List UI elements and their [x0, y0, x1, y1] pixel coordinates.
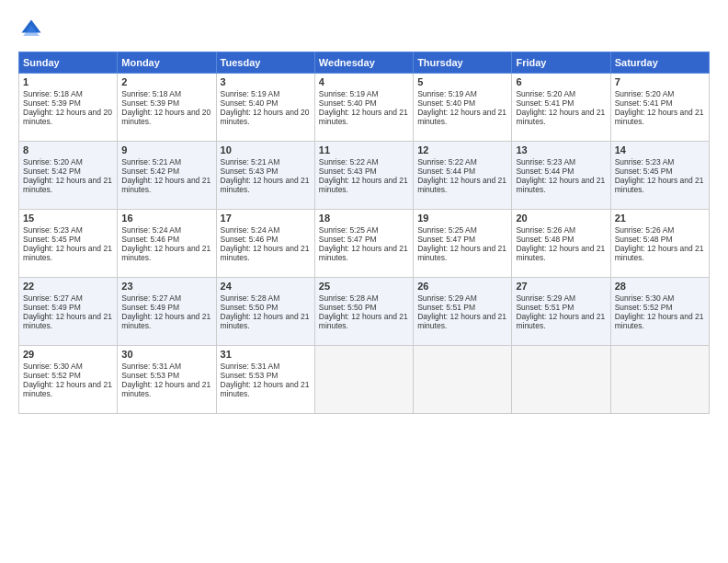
sunset-text: Sunset: 5:52 PM: [23, 371, 81, 380]
sunset-text: Sunset: 5:45 PM: [23, 235, 81, 244]
sunset-text: Sunset: 5:40 PM: [221, 98, 279, 108]
sunset-text: Sunset: 5:43 PM: [221, 167, 279, 176]
page: SundayMondayTuesdayWednesdayThursdayFrid…: [0, 0, 728, 563]
daylight-text: Daylight: 12 hours and 21 minutes.: [121, 380, 210, 398]
day-number: 7: [615, 76, 705, 87]
day-cell: 27Sunrise: 5:29 AMSunset: 5:51 PMDayligh…: [512, 278, 610, 346]
sunset-text: Sunset: 5:44 PM: [417, 167, 475, 176]
daylight-text: Daylight: 12 hours and 21 minutes.: [417, 244, 506, 262]
week-row-3: 15Sunrise: 5:23 AMSunset: 5:45 PMDayligh…: [19, 210, 710, 278]
sunset-text: Sunset: 5:39 PM: [121, 98, 179, 108]
daylight-text: Daylight: 12 hours and 21 minutes.: [319, 244, 408, 262]
day-number: 14: [615, 144, 705, 155]
day-number: 21: [615, 213, 705, 224]
day-number: 17: [221, 213, 311, 224]
day-number: 8: [23, 144, 113, 155]
sunrise-text: Sunrise: 5:20 AM: [516, 89, 575, 98]
day-cell: 24Sunrise: 5:28 AMSunset: 5:50 PMDayligh…: [216, 278, 314, 346]
day-number: 4: [319, 76, 409, 87]
sunrise-text: Sunrise: 5:18 AM: [121, 89, 181, 98]
header-cell-sunday: Sunday: [19, 52, 118, 74]
daylight-text: Daylight: 12 hours and 21 minutes.: [221, 380, 310, 398]
day-cell: 8Sunrise: 5:20 AMSunset: 5:42 PMDaylight…: [19, 142, 118, 210]
day-number: 13: [516, 144, 606, 155]
sunset-text: Sunset: 5:45 PM: [615, 167, 673, 176]
header-cell-monday: Monday: [118, 52, 216, 74]
day-number: 22: [23, 281, 113, 292]
daylight-text: Daylight: 12 hours and 21 minutes.: [221, 244, 310, 262]
week-row-1: 1Sunrise: 5:18 AMSunset: 5:39 PMDaylight…: [19, 74, 710, 142]
sunrise-text: Sunrise: 5:23 AM: [615, 157, 675, 167]
day-cell: 1Sunrise: 5:18 AMSunset: 5:39 PMDaylight…: [19, 74, 118, 142]
daylight-text: Daylight: 12 hours and 21 minutes.: [221, 312, 310, 330]
sunrise-text: Sunrise: 5:23 AM: [516, 157, 575, 167]
daylight-text: Daylight: 12 hours and 21 minutes.: [319, 176, 408, 194]
sunrise-text: Sunrise: 5:19 AM: [417, 89, 477, 98]
sunset-text: Sunset: 5:41 PM: [516, 98, 574, 108]
sunset-text: Sunset: 5:50 PM: [319, 303, 377, 312]
logo: [18, 17, 50, 42]
daylight-text: Daylight: 12 hours and 20 minutes.: [23, 108, 112, 126]
logo-icon: [18, 17, 44, 42]
day-cell: 14Sunrise: 5:23 AMSunset: 5:45 PMDayligh…: [610, 142, 709, 210]
day-cell: 21Sunrise: 5:26 AMSunset: 5:48 PMDayligh…: [610, 210, 709, 278]
day-cell: 25Sunrise: 5:28 AMSunset: 5:50 PMDayligh…: [314, 278, 413, 346]
day-number: 12: [417, 144, 507, 155]
day-cell: 5Sunrise: 5:19 AMSunset: 5:40 PMDaylight…: [414, 74, 512, 142]
sunset-text: Sunset: 5:47 PM: [417, 235, 475, 244]
daylight-text: Daylight: 12 hours and 21 minutes.: [516, 108, 605, 126]
sunset-text: Sunset: 5:40 PM: [319, 98, 377, 108]
day-number: 16: [121, 213, 211, 224]
day-number: 19: [417, 213, 507, 224]
day-cell: 11Sunrise: 5:22 AMSunset: 5:43 PMDayligh…: [314, 142, 413, 210]
day-number: 23: [121, 281, 211, 292]
day-number: 15: [23, 213, 113, 224]
day-number: 25: [319, 281, 409, 292]
day-cell: 30Sunrise: 5:31 AMSunset: 5:53 PMDayligh…: [118, 346, 216, 414]
sunrise-text: Sunrise: 5:28 AM: [319, 293, 379, 303]
sunrise-text: Sunrise: 5:31 AM: [221, 362, 280, 371]
sunrise-text: Sunrise: 5:22 AM: [319, 157, 379, 167]
day-cell: 31Sunrise: 5:31 AMSunset: 5:53 PMDayligh…: [216, 346, 314, 414]
week-row-5: 29Sunrise: 5:30 AMSunset: 5:52 PMDayligh…: [19, 346, 710, 414]
week-row-4: 22Sunrise: 5:27 AMSunset: 5:49 PMDayligh…: [19, 278, 710, 346]
day-number: 26: [417, 281, 507, 292]
day-number: 31: [221, 349, 311, 360]
day-cell: 3Sunrise: 5:19 AMSunset: 5:40 PMDaylight…: [216, 74, 314, 142]
daylight-text: Daylight: 12 hours and 21 minutes.: [319, 312, 408, 330]
day-cell: 16Sunrise: 5:24 AMSunset: 5:46 PMDayligh…: [118, 210, 216, 278]
day-cell: 19Sunrise: 5:25 AMSunset: 5:47 PMDayligh…: [414, 210, 512, 278]
sunrise-text: Sunrise: 5:30 AM: [23, 362, 83, 371]
day-cell: 26Sunrise: 5:29 AMSunset: 5:51 PMDayligh…: [414, 278, 512, 346]
header-cell-thursday: Thursday: [414, 52, 512, 74]
sunset-text: Sunset: 5:47 PM: [319, 235, 377, 244]
day-cell: [512, 346, 610, 414]
sunrise-text: Sunrise: 5:25 AM: [319, 225, 379, 235]
sunrise-text: Sunrise: 5:31 AM: [121, 362, 181, 371]
week-row-2: 8Sunrise: 5:20 AMSunset: 5:42 PMDaylight…: [19, 142, 710, 210]
sunset-text: Sunset: 5:49 PM: [23, 303, 81, 312]
header: [18, 17, 710, 42]
sunset-text: Sunset: 5:51 PM: [417, 303, 475, 312]
sunrise-text: Sunrise: 5:29 AM: [516, 293, 575, 303]
sunrise-text: Sunrise: 5:26 AM: [615, 225, 675, 235]
daylight-text: Daylight: 12 hours and 21 minutes.: [23, 312, 112, 330]
day-number: 29: [23, 349, 113, 360]
day-cell: 4Sunrise: 5:19 AMSunset: 5:40 PMDaylight…: [314, 74, 413, 142]
day-number: 10: [221, 144, 311, 155]
sunrise-text: Sunrise: 5:24 AM: [221, 225, 280, 235]
day-cell: 9Sunrise: 5:21 AMSunset: 5:42 PMDaylight…: [118, 142, 216, 210]
daylight-text: Daylight: 12 hours and 21 minutes.: [23, 244, 112, 262]
sunset-text: Sunset: 5:51 PM: [516, 303, 574, 312]
daylight-text: Daylight: 12 hours and 21 minutes.: [516, 176, 605, 194]
sunrise-text: Sunrise: 5:22 AM: [417, 157, 477, 167]
daylight-text: Daylight: 12 hours and 21 minutes.: [121, 176, 210, 194]
day-cell: 29Sunrise: 5:30 AMSunset: 5:52 PMDayligh…: [19, 346, 118, 414]
header-row: SundayMondayTuesdayWednesdayThursdayFrid…: [19, 52, 710, 74]
daylight-text: Daylight: 12 hours and 20 minutes.: [121, 108, 210, 126]
day-cell: 23Sunrise: 5:27 AMSunset: 5:49 PMDayligh…: [118, 278, 216, 346]
day-cell: 10Sunrise: 5:21 AMSunset: 5:43 PMDayligh…: [216, 142, 314, 210]
header-cell-wednesday: Wednesday: [314, 52, 413, 74]
calendar-table: SundayMondayTuesdayWednesdayThursdayFrid…: [18, 52, 710, 414]
header-cell-friday: Friday: [512, 52, 610, 74]
